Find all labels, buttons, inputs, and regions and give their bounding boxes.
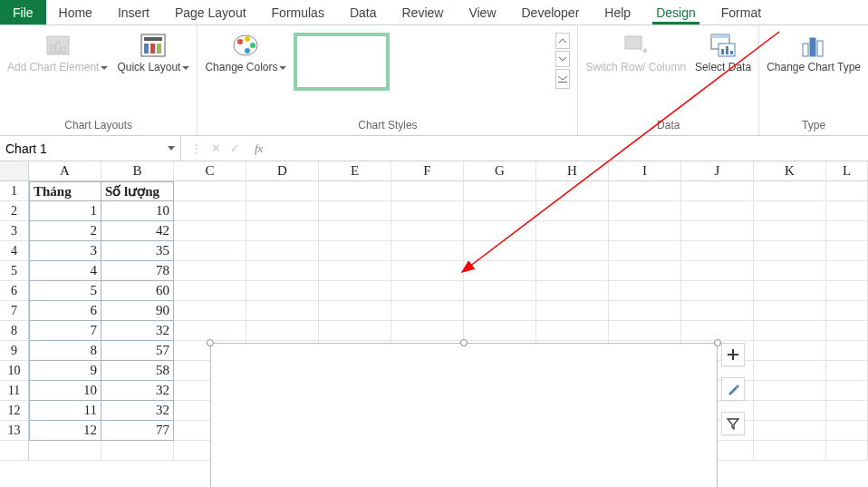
column-header-J[interactable]: J [681, 161, 754, 181]
cell[interactable] [246, 201, 319, 221]
cell[interactable]: 90 [101, 301, 174, 321]
cell[interactable] [826, 281, 868, 301]
cell[interactable]: 7 [29, 321, 101, 341]
cell[interactable]: 5 [29, 281, 101, 301]
cell[interactable] [174, 221, 246, 241]
cell[interactable] [754, 341, 826, 361]
cell[interactable] [826, 221, 868, 241]
cell[interactable] [464, 201, 536, 221]
cell[interactable] [536, 301, 609, 321]
gallery-more[interactable] [555, 69, 570, 89]
cell[interactable] [681, 261, 754, 281]
cell[interactable] [609, 181, 681, 201]
cell[interactable] [391, 321, 464, 341]
cell[interactable] [319, 221, 391, 241]
cell[interactable] [464, 281, 536, 301]
tab-design[interactable]: Design [643, 0, 709, 24]
cell[interactable] [826, 181, 868, 201]
chart-filter-button[interactable] [721, 412, 745, 435]
cell[interactable] [536, 181, 609, 201]
cell[interactable] [754, 421, 826, 441]
cell[interactable] [464, 241, 536, 261]
cell[interactable] [391, 241, 464, 261]
cell[interactable] [609, 301, 681, 321]
cell[interactable] [826, 421, 868, 441]
row-header[interactable]: 4 [0, 241, 29, 261]
cell[interactable] [391, 201, 464, 221]
cell[interactable] [174, 181, 246, 201]
cell[interactable] [464, 181, 536, 201]
cell[interactable] [826, 401, 868, 421]
row-header[interactable] [0, 441, 29, 461]
row-header[interactable]: 8 [0, 321, 29, 341]
column-header-H[interactable]: H [536, 161, 609, 181]
cell[interactable] [754, 381, 826, 401]
tab-page-layout[interactable]: Page Layout [162, 0, 259, 24]
cell[interactable] [246, 321, 319, 341]
cell[interactable] [609, 261, 681, 281]
column-header-L[interactable]: L [826, 161, 868, 181]
cell[interactable] [826, 301, 868, 321]
tab-review[interactable]: Review [390, 0, 457, 24]
cell[interactable] [754, 321, 826, 341]
cell[interactable]: 10 [29, 381, 101, 401]
cell[interactable] [101, 441, 174, 461]
cell[interactable]: 32 [101, 321, 174, 341]
name-box-input[interactable] [5, 141, 141, 156]
cell[interactable] [826, 381, 868, 401]
column-header-C[interactable]: C [174, 161, 246, 181]
change-chart-type-button[interactable]: Change Chart Type [767, 29, 861, 74]
cell[interactable] [464, 261, 536, 281]
cell[interactable] [29, 441, 101, 461]
cell[interactable] [246, 221, 319, 241]
row-header[interactable]: 1 [0, 181, 29, 201]
chart-handle-n[interactable] [460, 339, 468, 346]
cell[interactable] [246, 281, 319, 301]
cell[interactable]: 42 [101, 221, 174, 241]
cell[interactable] [754, 301, 826, 321]
cell[interactable] [391, 221, 464, 241]
cell[interactable] [826, 261, 868, 281]
row-header[interactable]: 2 [0, 201, 29, 221]
column-header-K[interactable]: K [754, 161, 826, 181]
cell[interactable] [681, 281, 754, 301]
formula-input[interactable] [268, 141, 868, 155]
cell[interactable] [246, 301, 319, 321]
cell[interactable] [826, 321, 868, 341]
cell[interactable] [754, 441, 826, 461]
row-header[interactable]: 3 [0, 221, 29, 241]
cell[interactable] [319, 241, 391, 261]
cell[interactable]: Tháng [29, 181, 101, 201]
add-chart-element-button[interactable]: Add Chart Element [7, 29, 108, 74]
cell[interactable] [826, 201, 868, 221]
cell[interactable] [246, 261, 319, 281]
cell[interactable]: 6 [29, 301, 101, 321]
cell[interactable] [174, 281, 246, 301]
cell[interactable]: 2 [29, 221, 101, 241]
cell[interactable] [754, 221, 826, 241]
column-header-B[interactable]: B [101, 161, 174, 181]
chart-elements-button[interactable] [721, 343, 745, 366]
cell[interactable]: 12 [29, 421, 101, 441]
name-box[interactable] [0, 136, 181, 161]
cell[interactable] [754, 241, 826, 261]
chart-style-thumb[interactable] [294, 33, 390, 91]
cell[interactable] [319, 321, 391, 341]
cell[interactable]: 78 [101, 261, 174, 281]
row-header[interactable]: 7 [0, 301, 29, 321]
cell[interactable]: 1 [29, 201, 101, 221]
fx-label[interactable]: fx [249, 141, 268, 156]
cell[interactable]: 35 [101, 241, 174, 261]
cell[interactable]: 32 [101, 381, 174, 401]
cell[interactable]: 11 [29, 401, 101, 421]
cell[interactable] [754, 361, 826, 381]
cell[interactable] [754, 181, 826, 201]
cell[interactable]: 32 [101, 401, 174, 421]
cell[interactable]: 9 [29, 361, 101, 381]
tab-developer[interactable]: Developer [509, 0, 593, 24]
gallery-scroll-down[interactable] [555, 51, 570, 67]
quick-layout-button[interactable]: Quick Layout [117, 29, 189, 74]
tab-help[interactable]: Help [592, 0, 643, 24]
cell[interactable] [754, 281, 826, 301]
chart-styles-button[interactable] [721, 377, 745, 401]
